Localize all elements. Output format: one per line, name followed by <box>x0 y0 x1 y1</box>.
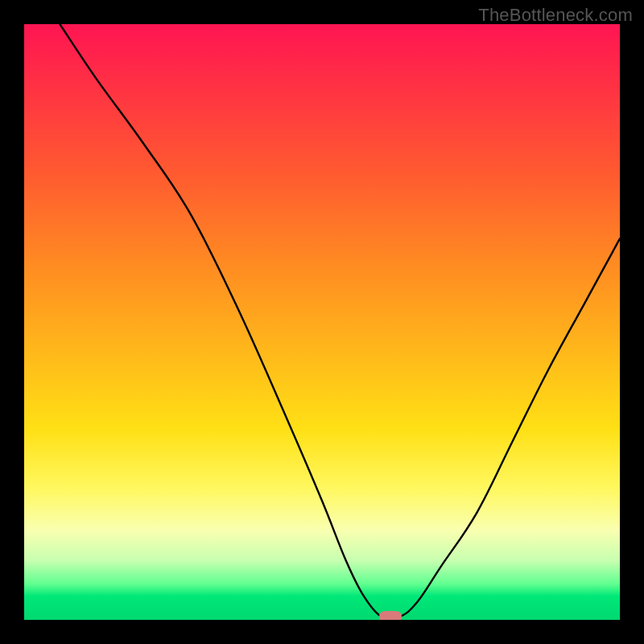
plot-area <box>24 24 620 620</box>
bottleneck-curve <box>24 24 620 620</box>
optimal-point-marker <box>379 611 402 620</box>
chart-frame: TheBottleneck.com <box>0 0 644 644</box>
watermark-text: TheBottleneck.com <box>478 5 633 26</box>
curve-path <box>60 24 620 619</box>
